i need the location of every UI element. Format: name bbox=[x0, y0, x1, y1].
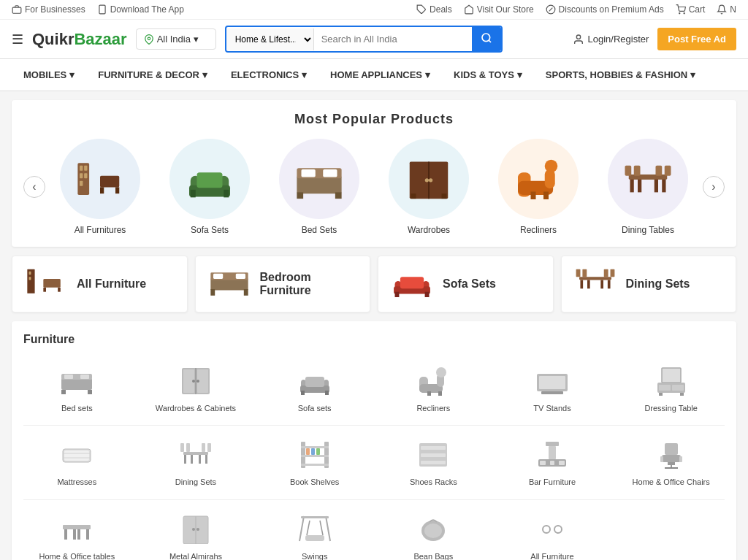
banner-sofa-sets[interactable]: Sofa Sets bbox=[378, 256, 554, 312]
svg-rect-146 bbox=[665, 443, 678, 455]
product-wardrobes[interactable]: Wardrobes bbox=[377, 139, 481, 235]
swings-icon bbox=[294, 512, 335, 547]
sofa-sets-icon bbox=[390, 265, 434, 303]
product-dining-tables-icon bbox=[608, 139, 688, 219]
furniture-sofa-sets[interactable]: Sofa sets bbox=[261, 358, 368, 419]
discounts-link[interactable]: Discounts on Premium Ads bbox=[546, 4, 664, 15]
furniture-tv-stands-label: TV Stands bbox=[533, 403, 570, 413]
banner-all-furniture[interactable]: All Furniture bbox=[12, 256, 188, 312]
furniture-metal-almirahs-label: Metal Almirahs bbox=[169, 551, 222, 560]
svg-rect-145 bbox=[559, 461, 565, 465]
furniture-bar-furniture[interactable]: Bar Furniture bbox=[499, 431, 606, 493]
product-all-furnitures[interactable]: All Furnitures bbox=[48, 139, 152, 235]
bean-bags-icon bbox=[413, 512, 454, 547]
furniture-home-office-tables[interactable]: Home & Office tables bbox=[23, 506, 131, 560]
svg-rect-140 bbox=[546, 442, 559, 446]
header-right: Login/Register Post Free Ad bbox=[573, 28, 736, 50]
category-dropdown[interactable]: Home & Lifest... All Categories Mobiles … bbox=[226, 28, 314, 50]
svg-rect-75 bbox=[587, 280, 590, 289]
furniture-book-shelves[interactable]: Book Shelves bbox=[261, 431, 368, 493]
svg-rect-84 bbox=[80, 375, 89, 379]
book-shelves-icon bbox=[294, 437, 335, 472]
svg-rect-83 bbox=[64, 375, 73, 379]
svg-rect-0 bbox=[12, 7, 21, 13]
furniture-bean-bags[interactable]: Bean Bags bbox=[380, 506, 487, 560]
svg-rect-143 bbox=[540, 461, 546, 465]
furniture-tv-stands[interactable]: TV Stands bbox=[499, 358, 606, 419]
nav-furniture[interactable]: FURNITURE & DECOR ▾ bbox=[86, 59, 219, 91]
svg-rect-64 bbox=[210, 289, 215, 296]
furniture-metal-almirahs[interactable]: Metal Almirahs bbox=[142, 506, 250, 560]
furniture-grid-row1: Bed sets Wardrobes & Cabinets Sofa sets … bbox=[23, 358, 725, 419]
banner-bedroom-furniture[interactable]: Bedroom Furniture bbox=[195, 256, 371, 312]
svg-rect-55 bbox=[29, 272, 31, 275]
svg-rect-96 bbox=[305, 377, 324, 387]
dining-sets-icon2 bbox=[175, 437, 216, 472]
product-recliners[interactable]: Recliners bbox=[486, 139, 590, 235]
nav-mobiles[interactable]: MOBILES ▾ bbox=[12, 59, 86, 91]
svg-point-170 bbox=[543, 526, 550, 533]
furniture-shoes-racks[interactable]: Shoes Racks bbox=[380, 431, 487, 493]
furniture-bed-sets[interactable]: Bed sets bbox=[23, 358, 131, 419]
svg-rect-77 bbox=[576, 269, 580, 277]
cart-label: Cart bbox=[689, 4, 706, 15]
furniture-mattresses[interactable]: Mattresses bbox=[23, 431, 131, 493]
dressing-table-icon bbox=[651, 364, 692, 399]
furniture-home-office-chairs[interactable]: Home & Office Chairs bbox=[617, 431, 725, 493]
post-ad-button[interactable]: Post Free Ad bbox=[657, 28, 736, 50]
svg-rect-121 bbox=[205, 455, 207, 464]
furniture-dining-sets[interactable]: Dining Sets bbox=[142, 431, 250, 493]
furniture-section-title: Furniture bbox=[23, 333, 725, 346]
product-bed-sets[interactable]: Bed Sets bbox=[267, 139, 371, 235]
deals-link[interactable]: Deals bbox=[416, 4, 452, 15]
product-sofa-sets[interactable]: Sofa Sets bbox=[158, 139, 262, 235]
svg-rect-58 bbox=[43, 288, 46, 292]
nav-sports[interactable]: SPORTS, HOBBIES & FASHION ▾ bbox=[534, 59, 707, 91]
notification-link[interactable]: N bbox=[717, 4, 736, 15]
svg-rect-111 bbox=[659, 385, 671, 391]
furniture-dressing-table-label: Dressing Table bbox=[644, 403, 698, 413]
svg-rect-165 bbox=[305, 535, 324, 541]
furniture-recliners[interactable]: Recliners bbox=[380, 358, 487, 419]
search-container: Home & Lifest... All Categories Mobiles … bbox=[225, 26, 503, 53]
product-dining-tables-label: Dining Tables bbox=[622, 225, 674, 235]
visit-store-link[interactable]: Visit Our Store bbox=[464, 4, 534, 15]
furniture-wardrobes-cabinets-label: Wardrobes & Cabinets bbox=[156, 403, 236, 413]
svg-rect-51 bbox=[634, 166, 641, 176]
for-businesses-link[interactable]: For Businesses bbox=[12, 4, 85, 15]
banner-dining-sets[interactable]: Dining Sets bbox=[561, 256, 737, 312]
furniture-all-furniture[interactable]: All Furniture bbox=[499, 506, 606, 560]
nav-home-appliances[interactable]: HOME APPLIANCES ▾ bbox=[318, 59, 442, 91]
search-button[interactable] bbox=[472, 27, 501, 51]
popular-products-section: Most Popular Products ‹ bbox=[12, 100, 736, 247]
login-button[interactable]: Login/Register bbox=[573, 34, 649, 45]
for-businesses-label: For Businesses bbox=[25, 4, 85, 15]
notification-label: N bbox=[730, 4, 736, 15]
svg-rect-17 bbox=[84, 173, 87, 178]
svg-rect-81 bbox=[61, 378, 92, 390]
product-wardrobes-icon bbox=[389, 139, 469, 219]
location-selector[interactable]: All India ▾ bbox=[136, 28, 216, 50]
deals-label: Deals bbox=[430, 4, 452, 15]
svg-rect-97 bbox=[301, 391, 305, 395]
svg-rect-144 bbox=[550, 461, 554, 465]
furniture-swings[interactable]: Swings bbox=[261, 506, 368, 560]
furniture-dressing-table[interactable]: Dressing Table bbox=[617, 358, 725, 419]
recliners-icon bbox=[413, 364, 454, 399]
nav-electronics[interactable]: ELECTRONICS ▾ bbox=[219, 59, 318, 91]
nav-kids-toys[interactable]: KIDS & TOYS ▾ bbox=[442, 59, 534, 91]
svg-rect-50 bbox=[625, 166, 632, 176]
shoes-racks-icon bbox=[413, 437, 454, 472]
carousel-prev-button[interactable]: ‹ bbox=[23, 176, 45, 198]
svg-point-7 bbox=[684, 13, 684, 14]
hamburger-icon[interactable]: ☰ bbox=[12, 31, 23, 47]
cart-link[interactable]: Cart bbox=[676, 4, 706, 15]
search-input[interactable] bbox=[314, 28, 472, 50]
logo[interactable]: QuikrBazaar bbox=[32, 30, 127, 49]
download-app-link[interactable]: Download The App bbox=[97, 4, 184, 15]
svg-point-11 bbox=[577, 35, 581, 39]
svg-rect-69 bbox=[400, 277, 424, 288]
product-dining-tables[interactable]: Dining Tables bbox=[596, 139, 700, 235]
carousel-next-button[interactable]: › bbox=[703, 176, 725, 198]
furniture-wardrobes-cabinets[interactable]: Wardrobes & Cabinets bbox=[142, 358, 250, 419]
